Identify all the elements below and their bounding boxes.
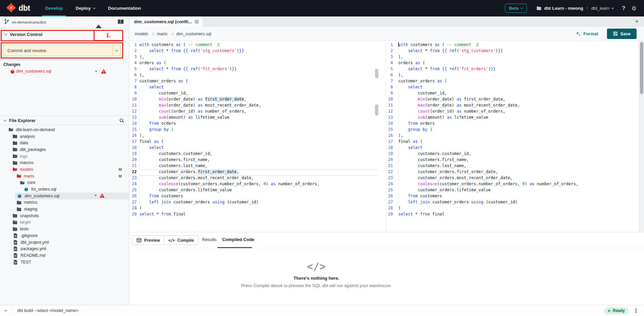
editor-tab-dim-customers[interactable]: dim_customers.sql (confli... bbox=[129, 16, 203, 27]
code-line[interactable]: orders as ( bbox=[398, 61, 639, 67]
code-line[interactable]: select bbox=[139, 85, 378, 91]
scrollbar-thumb[interactable] bbox=[375, 69, 378, 78]
code-line[interactable]: ), bbox=[398, 133, 639, 139]
code-line[interactable]: customers.customer_id, bbox=[398, 151, 639, 157]
code-line[interactable]: final as ( bbox=[398, 139, 639, 145]
file-explorer-header[interactable]: File Explorer bbox=[0, 116, 129, 125]
search-icon[interactable] bbox=[119, 118, 124, 124]
code-line[interactable]: group by 1 bbox=[398, 127, 639, 133]
code-line[interactable]: customers.last_name, bbox=[139, 163, 378, 169]
code-line[interactable]: select * from final bbox=[398, 212, 639, 218]
chevron-up-icon[interactable] bbox=[4, 310, 7, 312]
code-line[interactable]: count(order_id) as number_of_orders, bbox=[398, 109, 639, 115]
code-line[interactable]: ), bbox=[139, 73, 378, 79]
nav-deploy[interactable]: Deploy bbox=[69, 0, 102, 16]
preview-button[interactable]: Preview bbox=[132, 235, 165, 245]
code-line[interactable]: orders as ( bbox=[139, 61, 378, 67]
tree-item[interactable]: README.md bbox=[0, 252, 129, 259]
tree-item[interactable]: target bbox=[0, 219, 129, 226]
code-line[interactable]: customers.last_name, bbox=[398, 163, 639, 169]
code-line[interactable]: customer_orders.first_order_date, bbox=[139, 169, 378, 175]
code-line[interactable]: ), bbox=[139, 54, 378, 61]
dbt-logo[interactable]: dbt bbox=[6, 3, 30, 14]
code-line[interactable]: customer_orders as ( bbox=[139, 79, 378, 85]
code-line[interactable]: count(order_id) as number_of_orders, bbox=[139, 109, 378, 115]
tree-item[interactable]: dim_customers.sql• bbox=[15, 193, 129, 199]
command-input[interactable]: dbt build --select <model_name> bbox=[17, 308, 78, 313]
code-line[interactable]: sum(amount) as lifetime_value bbox=[398, 115, 639, 121]
tree-item[interactable]: core bbox=[0, 180, 129, 186]
chevron-down-icon[interactable] bbox=[611, 6, 614, 9]
code-line[interactable]: group by 1 bbox=[139, 127, 378, 133]
beta-dropdown[interactable]: Beta bbox=[505, 4, 527, 13]
code-line[interactable]: customer_orders.first_order_date, bbox=[398, 169, 639, 175]
code-line[interactable]: ), bbox=[398, 73, 639, 79]
tree-item[interactable]: metrics bbox=[0, 199, 129, 206]
scrollbar-thumb[interactable] bbox=[640, 42, 643, 94]
commit-options-dropdown[interactable] bbox=[112, 45, 120, 56]
tree-item[interactable]: macros bbox=[0, 159, 129, 166]
code-line[interactable]: coalesce(customer_orders.number_of_order… bbox=[139, 182, 378, 188]
tree-item[interactable]: fct_orders.sql bbox=[0, 186, 129, 193]
code-line[interactable]: select * from final bbox=[139, 212, 378, 218]
tree-item[interactable]: packages.yml bbox=[0, 245, 129, 252]
code-line[interactable]: customers.first_name, bbox=[398, 157, 639, 163]
workspace-name[interactable]: dbt Learn - mwong bbox=[544, 6, 583, 11]
code-line[interactable]: ) bbox=[139, 206, 378, 212]
code-line[interactable]: with customers as ( -- comment 2 bbox=[398, 42, 639, 48]
code-line[interactable]: from orders bbox=[139, 121, 378, 127]
vertical-scrollbar[interactable] bbox=[639, 41, 644, 232]
kebab-menu-icon[interactable]: ⋮ bbox=[633, 308, 639, 314]
code-line[interactable]: customers.customer_id, bbox=[139, 151, 378, 157]
code-line[interactable]: left join customer_orders using (custome… bbox=[139, 200, 378, 206]
tree-item[interactable]: dbt_project.yml bbox=[0, 239, 129, 246]
tree-item[interactable]: analysis bbox=[0, 133, 129, 140]
code-line[interactable]: select * from {{ ref('fct_orders')}} bbox=[139, 67, 378, 73]
docs-book-icon[interactable] bbox=[117, 19, 124, 26]
code-line[interactable]: ), bbox=[398, 54, 639, 61]
code-line[interactable]: max(order_date) as most_recent_order_dat… bbox=[139, 103, 378, 109]
code-line[interactable]: customer_id, bbox=[139, 91, 378, 97]
code-line[interactable]: left join customer_orders using (custome… bbox=[398, 200, 639, 206]
scrollbar-thumb[interactable] bbox=[375, 105, 378, 116]
code-line[interactable]: customer_id, bbox=[398, 91, 639, 97]
code-line[interactable]: customer_orders.lifetime_value bbox=[398, 188, 639, 194]
tree-item[interactable]: dbt_packages bbox=[0, 146, 129, 153]
code-line[interactable]: min(order_date) as first_order_date, bbox=[398, 97, 639, 103]
code-line[interactable]: customer_orders.lifetime_value bbox=[139, 188, 378, 194]
ready-status-badge[interactable]: Ready bbox=[604, 307, 629, 314]
code-line[interactable]: select bbox=[398, 145, 639, 151]
format-button[interactable]: Format bbox=[576, 31, 598, 37]
code-line[interactable]: customers.first_name, bbox=[139, 157, 378, 163]
project-name[interactable]: dbt_learn bbox=[591, 6, 609, 11]
code-editor-right[interactable]: with customers as ( -- comment 2 select … bbox=[396, 41, 639, 232]
code-line[interactable]: from orders bbox=[398, 121, 639, 127]
code-editor-left[interactable]: with customers as ( -- comment 2 select … bbox=[139, 41, 378, 232]
tree-item[interactable]: martsM bbox=[0, 173, 129, 180]
code-line[interactable]: customer_orders.most_recent_order_date, bbox=[139, 175, 378, 182]
tree-item[interactable]: .gitignore bbox=[0, 232, 129, 239]
breadcrumb-models[interactable]: models bbox=[135, 32, 148, 36]
tree-item[interactable]: data bbox=[0, 140, 129, 146]
code-line[interactable]: ) bbox=[398, 206, 639, 212]
code-line[interactable]: from customers bbox=[139, 194, 378, 200]
code-pane-left[interactable]: 1234567891011121314151617181920212223242… bbox=[129, 41, 378, 232]
code-line[interactable]: with customers as ( -- comment 2 bbox=[139, 42, 378, 48]
version-control-header[interactable]: Version Control bbox=[5, 32, 42, 37]
breadcrumb-marts[interactable]: marts bbox=[157, 32, 167, 36]
compile-button[interactable]: </> Compile bbox=[164, 235, 199, 245]
code-line[interactable]: customer_orders.most_recent_order_date, bbox=[398, 175, 639, 182]
nav-develop[interactable]: Develop bbox=[39, 0, 69, 16]
save-button[interactable]: Save bbox=[607, 29, 637, 39]
nav-documentation[interactable]: Documentation bbox=[102, 0, 147, 16]
tab-results[interactable]: Results bbox=[202, 237, 216, 242]
branch-selector[interactable]: on-demand-practice bbox=[0, 16, 129, 28]
code-line[interactable]: select * from {{ ref('stg_customers')}} bbox=[139, 48, 378, 54]
code-line[interactable]: sum(amount) as lifetime_value bbox=[139, 115, 378, 121]
tree-item[interactable]: modelsM bbox=[0, 166, 129, 173]
tree-item[interactable]: logs bbox=[0, 153, 129, 160]
tree-item[interactable]: tests bbox=[0, 226, 129, 232]
tree-item[interactable]: dbt-learn-on-demand bbox=[0, 126, 129, 133]
code-line[interactable]: select bbox=[398, 85, 639, 91]
code-line[interactable]: select * from {{ ref('stg_customers')}} bbox=[398, 48, 639, 54]
